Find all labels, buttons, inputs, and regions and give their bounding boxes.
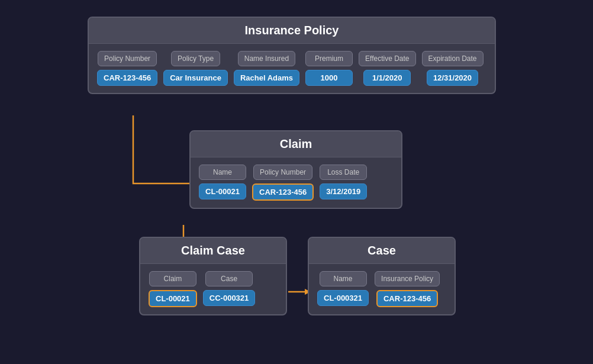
field-group: Premium1000 bbox=[305, 51, 353, 86]
field-label: Effective Date bbox=[359, 51, 415, 66]
claim-title: Claim bbox=[191, 131, 401, 157]
field-label: Insurance Policy bbox=[375, 271, 440, 286]
field-label: Policy Number bbox=[253, 165, 312, 180]
field-value: 1/1/2020 bbox=[363, 70, 411, 86]
field-group: Policy TypeCar Insurance bbox=[163, 51, 228, 86]
case-fields: NameCL-000321Insurance PolicyCAR-123-456 bbox=[309, 264, 455, 314]
field-value: CL-00021 bbox=[149, 290, 197, 307]
field-group: ClaimCL-00021 bbox=[149, 271, 197, 307]
field-value: Rachel Adams bbox=[234, 70, 299, 86]
field-label: Expiration Date bbox=[422, 51, 484, 66]
claim-case-title: Claim Case bbox=[140, 238, 286, 264]
case-entity: Case NameCL-000321Insurance PolicyCAR-12… bbox=[308, 237, 456, 315]
case-title: Case bbox=[309, 238, 455, 264]
field-group: NameCL-00021 bbox=[199, 165, 246, 201]
insurance-policy-fields: Policy NumberCAR-123-456Policy TypeCar I… bbox=[89, 44, 495, 93]
field-group: CaseCC-000321 bbox=[203, 271, 256, 307]
diagram-container: Insurance Policy Policy NumberCAR-123-45… bbox=[0, 0, 593, 364]
field-value: CAR-123-456 bbox=[97, 70, 157, 86]
field-label: Case bbox=[205, 271, 253, 286]
field-label: Premium bbox=[305, 51, 353, 66]
field-value: CL-00021 bbox=[199, 183, 246, 199]
claim-entity: Claim NameCL-00021Policy NumberCAR-123-4… bbox=[189, 130, 402, 209]
field-group: NameCL-000321 bbox=[317, 271, 369, 307]
claim-fields: NameCL-00021Policy NumberCAR-123-456Loss… bbox=[191, 157, 401, 208]
field-value: CAR-123-456 bbox=[376, 290, 438, 307]
field-label: Name bbox=[320, 271, 367, 286]
field-label: Policy Number bbox=[98, 51, 157, 66]
field-value: 3/12/2019 bbox=[320, 183, 367, 199]
field-value: 12/31/2020 bbox=[427, 70, 478, 86]
field-label: Claim bbox=[149, 271, 196, 286]
claim-case-entity: Claim Case ClaimCL-00021CaseCC-000321 bbox=[139, 237, 287, 315]
field-group: Insurance PolicyCAR-123-456 bbox=[375, 271, 440, 307]
field-label: Policy Type bbox=[171, 51, 220, 66]
field-value: CL-000321 bbox=[317, 290, 369, 306]
field-label: Name Insured bbox=[238, 51, 295, 66]
field-group: Policy NumberCAR-123-456 bbox=[252, 165, 314, 201]
field-label: Loss Date bbox=[320, 165, 367, 180]
field-label: Name bbox=[199, 165, 246, 180]
field-value: 1000 bbox=[305, 70, 353, 86]
field-value: CC-000321 bbox=[203, 290, 256, 306]
field-group: Expiration Date12/31/2020 bbox=[422, 51, 484, 86]
field-value: Car Insurance bbox=[163, 70, 228, 86]
claim-case-fields: ClaimCL-00021CaseCC-000321 bbox=[140, 264, 286, 314]
field-group: Policy NumberCAR-123-456 bbox=[97, 51, 157, 86]
field-value: CAR-123-456 bbox=[252, 183, 314, 201]
field-group: Loss Date3/12/2019 bbox=[320, 165, 367, 201]
insurance-policy-entity: Insurance Policy Policy NumberCAR-123-45… bbox=[88, 17, 496, 94]
field-group: Effective Date1/1/2020 bbox=[359, 51, 415, 86]
field-group: Name InsuredRachel Adams bbox=[234, 51, 299, 86]
insurance-policy-title: Insurance Policy bbox=[89, 18, 495, 44]
